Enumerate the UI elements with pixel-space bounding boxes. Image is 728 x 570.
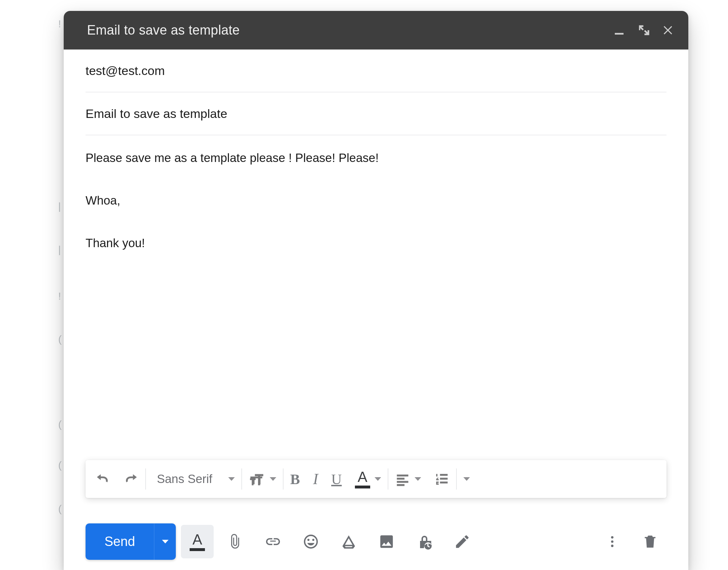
insert-link-button[interactable]: [257, 525, 289, 558]
insert-emoji-button[interactable]: [294, 525, 327, 558]
emoji-icon: [302, 533, 319, 550]
pen-icon: [454, 533, 471, 550]
more-options-button[interactable]: [596, 525, 629, 558]
message-body[interactable]: Please save me as a template please ! Pl…: [86, 135, 666, 383]
trash-icon: [642, 534, 658, 550]
expand-icon[interactable]: [637, 24, 650, 37]
subject-value: Email to save as template: [86, 107, 227, 121]
svg-point-1: [611, 536, 614, 539]
redo-button[interactable]: [117, 460, 145, 498]
attach-file-button[interactable]: [219, 525, 252, 558]
align-button[interactable]: [388, 460, 428, 498]
chevron-down-icon: [270, 477, 276, 481]
drive-icon: [340, 533, 357, 550]
minimize-icon[interactable]: [613, 24, 626, 37]
align-icon: [395, 471, 410, 487]
compose-window: Email to save as template test@test.com …: [64, 11, 688, 570]
font-family-label: Sans Serif: [153, 472, 221, 486]
more-vertical-icon: [605, 534, 620, 549]
compose-title: Email to save as template: [87, 23, 240, 38]
font-size-button[interactable]: [242, 460, 283, 498]
send-button[interactable]: Send: [86, 523, 154, 560]
body-line-1: Please save me as a template please ! Pl…: [86, 149, 666, 168]
paperclip-icon: [227, 534, 243, 550]
svg-rect-0: [615, 33, 624, 35]
chevron-down-icon: [162, 540, 169, 543]
insert-signature-button[interactable]: [446, 525, 479, 558]
link-icon: [265, 533, 281, 550]
svg-point-3: [611, 545, 614, 547]
confidential-mode-button[interactable]: [408, 525, 441, 558]
numbered-list-icon: [434, 471, 450, 487]
send-button-group: Send: [86, 523, 176, 560]
subject-field[interactable]: Email to save as template: [86, 92, 666, 135]
insert-drive-button[interactable]: [332, 525, 365, 558]
text-color-button[interactable]: A: [348, 460, 388, 498]
recipients-value: test@test.com: [86, 64, 165, 78]
formatting-toggle-button[interactable]: A: [181, 525, 214, 558]
format-toolbar: Sans Serif B I U A: [86, 460, 666, 498]
more-formatting-button[interactable]: [457, 460, 476, 498]
compose-body: test@test.com Email to save as template …: [64, 50, 688, 383]
undo-button[interactable]: [88, 460, 117, 498]
send-label: Send: [104, 534, 135, 549]
recipients-field[interactable]: test@test.com: [86, 50, 666, 92]
underline-icon: U: [331, 471, 342, 488]
numbered-list-button[interactable]: [428, 460, 456, 498]
chevron-down-icon: [463, 477, 470, 481]
chevron-down-icon: [375, 477, 381, 481]
send-options-button[interactable]: [154, 523, 176, 560]
compose-titlebar: Email to save as template: [64, 11, 688, 50]
bold-button[interactable]: B: [284, 460, 306, 498]
font-family-select[interactable]: Sans Serif: [146, 460, 241, 498]
lock-clock-icon: [416, 533, 433, 550]
bottom-action-bar: Send A: [86, 521, 666, 562]
insert-photo-button[interactable]: [370, 525, 403, 558]
formatting-icon: A: [190, 532, 205, 551]
chevron-down-icon: [228, 477, 235, 481]
photo-icon: [378, 533, 395, 550]
underline-button[interactable]: U: [325, 460, 348, 498]
bold-icon: B: [290, 471, 300, 488]
body-line-3: Thank you!: [86, 234, 666, 253]
stage: ! | | ! ( ( ( ( Email to save as templat…: [0, 0, 728, 570]
svg-point-2: [611, 541, 614, 543]
discard-draft-button[interactable]: [634, 525, 666, 558]
italic-icon: I: [313, 470, 318, 488]
body-line-2: Whoa,: [86, 191, 666, 210]
chevron-down-icon: [415, 477, 421, 481]
text-color-icon: A: [355, 470, 370, 488]
titlebar-actions: [613, 24, 675, 37]
italic-button[interactable]: I: [306, 460, 325, 498]
close-icon[interactable]: [662, 24, 675, 37]
